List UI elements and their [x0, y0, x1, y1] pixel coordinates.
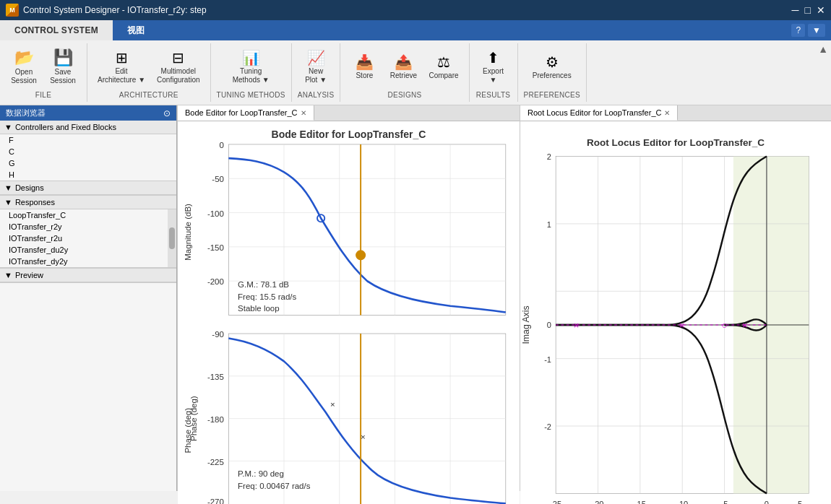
- compare-button[interactable]: ⚖ Compare: [424, 47, 462, 87]
- save-session-label: SaveSession: [50, 68, 76, 85]
- file-group-items: 📂 OpenSession 💾 SaveSession: [6, 46, 81, 88]
- y-tick-200: -200: [207, 277, 224, 286]
- stable-text: Stable loop: [238, 304, 280, 313]
- preferences-label: Preferences: [533, 71, 572, 80]
- rl-ytick-1: 1: [547, 220, 551, 229]
- store-button[interactable]: 📥 Store: [346, 47, 382, 87]
- tree-item-H[interactable]: H: [0, 169, 176, 181]
- tab-extra-btn[interactable]: ▼: [808, 24, 825, 37]
- new-plot-button[interactable]: 📈 NewPlot ▼: [298, 47, 334, 87]
- responses-title: Responses: [15, 198, 55, 207]
- tree-item-io-dy2y[interactable]: IOTransfer_dy2y: [0, 256, 168, 267]
- root-locus-panel: Root Locus Editor for LoopTransfer_C ✕ R…: [520, 105, 831, 504]
- store-icon: 📥: [356, 55, 374, 69]
- tuning-methods-button[interactable]: 📊 TuningMethods ▼: [228, 47, 274, 87]
- save-session-button[interactable]: 💾 SaveSession: [45, 47, 81, 87]
- bode-tab-bar: Bode Editor for LoopTransfer_C ✕: [178, 105, 520, 121]
- controllers-section-header[interactable]: ▼ Controllers and Fixed Blocks: [0, 121, 176, 134]
- designs-section-header[interactable]: ▼ Designs: [0, 181, 176, 195]
- mag-axis-label: Magnitude (dB): [184, 204, 192, 261]
- rl-xtick-5: -5: [721, 500, 728, 504]
- ribbon-collapse-btn[interactable]: ▲: [818, 43, 828, 55]
- ribbon-group-preferences: ⚙ Preferences PREFERENCES: [518, 43, 587, 102]
- tree-section-controllers: ▼ Controllers and Fixed Blocks F C G H: [0, 121, 176, 181]
- main-tab-bar: CONTROL SYSTEM 视图 ? ▼: [0, 20, 831, 40]
- phase-tick-135: -135: [207, 373, 224, 381]
- designs-chevron: ▼: [4, 183, 12, 192]
- responses-chevron: ▼: [4, 198, 12, 207]
- svg-rect-0: [228, 144, 506, 315]
- rl-xtick-0: 0: [765, 500, 769, 504]
- preferences-button[interactable]: ⚙ Preferences: [528, 47, 576, 87]
- root-locus-svg: Root Locus Editor for LoopTransfer_C: [520, 121, 831, 504]
- tree-item-io-du2y[interactable]: IOTransfer_du2y: [0, 244, 168, 256]
- open-session-button[interactable]: 📂 OpenSession: [6, 47, 42, 87]
- architecture-label: ARCHITECTURE: [119, 91, 178, 99]
- tuning-label: TUNING METHODS: [217, 91, 285, 99]
- ribbon: 📂 OpenSession 💾 SaveSession FILE ⊞ EditA…: [0, 40, 831, 105]
- panel-collapse-icon[interactable]: ⊙: [163, 108, 171, 118]
- tab-view[interactable]: 视图: [113, 20, 160, 40]
- matlab-icon: M: [6, 4, 19, 17]
- tree-item-C[interactable]: C: [0, 146, 176, 157]
- controllers-title: Controllers and Fixed Blocks: [15, 123, 116, 131]
- tree-item-io-r2y[interactable]: IOTransfer_r2y: [0, 221, 168, 233]
- rl-xtick-15: -15: [634, 500, 646, 504]
- root-locus-tab-close[interactable]: ✕: [664, 109, 670, 117]
- maximize-btn[interactable]: □: [805, 4, 811, 16]
- bode-editor-panel: Bode Editor for LoopTransfer_C ✕ Bode Ed…: [178, 105, 520, 504]
- bode-tab-close[interactable]: ✕: [301, 109, 306, 117]
- window-controls[interactable]: ─ □ ✕: [792, 4, 825, 16]
- responses-section-header[interactable]: ▼ Responses: [0, 196, 176, 209]
- freq-text: Freq: 15.5 rad/s: [238, 292, 296, 301]
- new-plot-icon: 📈: [307, 51, 325, 65]
- export-icon: ⬆: [487, 51, 499, 65]
- retrieve-button[interactable]: 📤 Retrieve: [385, 47, 421, 87]
- bode-editor-tab[interactable]: Bode Editor for LoopTransfer_C ✕: [178, 105, 314, 121]
- window-title: Control System Designer - IOTransfer_r2y…: [23, 5, 207, 15]
- phase-tick-270: -270: [207, 498, 224, 504]
- charts-area: Bode Editor for LoopTransfer_C ✕ Bode Ed…: [178, 105, 831, 491]
- tab-help-btn[interactable]: ?: [791, 24, 805, 37]
- tuning-methods-label: TuningMethods ▼: [233, 67, 270, 84]
- edit-architecture-icon: ⊞: [116, 51, 128, 65]
- designs-group-items: 📥 Store 📤 Retrieve ⚖ Compare: [346, 46, 462, 88]
- file-label: FILE: [35, 91, 51, 99]
- ribbon-group-results: ⬆ Export▼ RESULTS: [470, 43, 518, 102]
- root-locus-tab-bar: Root Locus Editor for LoopTransfer_C ✕: [520, 105, 831, 121]
- y-tick-150: -150: [207, 243, 224, 252]
- left-panel: 数据浏览器 ⊙ ▼ Controllers and Fixed Blocks F…: [0, 105, 177, 491]
- tuning-group-items: 📊 TuningMethods ▼: [228, 46, 274, 88]
- tab-control-system[interactable]: CONTROL SYSTEM: [0, 20, 113, 40]
- minimize-btn[interactable]: ─: [792, 4, 799, 16]
- tree-item-loop-transfer[interactable]: LoopTransfer_C: [0, 209, 168, 221]
- tree-item-io-r2u[interactable]: IOTransfer_r2u: [0, 233, 168, 244]
- responses-scrollbar[interactable]: [168, 209, 176, 267]
- tab-bar-right: ? ▼: [791, 20, 831, 40]
- preview-title: Preview: [15, 271, 43, 279]
- rl-xtick-25: -25: [550, 500, 561, 504]
- export-button[interactable]: ⬆ Export▼: [475, 47, 512, 87]
- rl-xtick-20: -20: [593, 500, 604, 504]
- preview-chevron: ▼: [4, 271, 12, 279]
- close-btn[interactable]: ✕: [817, 4, 825, 16]
- bode-title: Bode Editor for LoopTransfer_C: [272, 129, 426, 140]
- controllers-chevron: ▼: [4, 123, 12, 131]
- phase-marker-x2: ×: [361, 433, 366, 441]
- y-tick-100: -100: [207, 209, 224, 218]
- root-locus-tab[interactable]: Root Locus Editor for LoopTransfer_C ✕: [520, 105, 678, 121]
- title-bar: M Control System Designer - IOTransfer_r…: [0, 0, 831, 20]
- new-plot-label: NewPlot ▼: [305, 67, 327, 84]
- ribbon-group-file: 📂 OpenSession 💾 SaveSession FILE: [0, 43, 87, 102]
- bode-svg: Bode Editor for LoopTransfer_C: [178, 121, 520, 504]
- tree-section-preview: ▼ Preview: [0, 268, 176, 283]
- edit-architecture-button[interactable]: ⊞ EditArchitecture ▼: [93, 47, 150, 87]
- analysis-group-items: 📈 NewPlot ▼: [298, 46, 334, 88]
- designs-title: Designs: [15, 183, 44, 192]
- tree-item-G[interactable]: G: [0, 157, 176, 169]
- compare-icon: ⚖: [437, 55, 450, 69]
- tree-item-F[interactable]: F: [0, 134, 176, 146]
- multimodel-config-button[interactable]: ⊟ MultimodelConfiguration: [152, 47, 204, 87]
- open-session-icon: 📂: [14, 50, 34, 66]
- preview-section-header[interactable]: ▼ Preview: [0, 269, 176, 282]
